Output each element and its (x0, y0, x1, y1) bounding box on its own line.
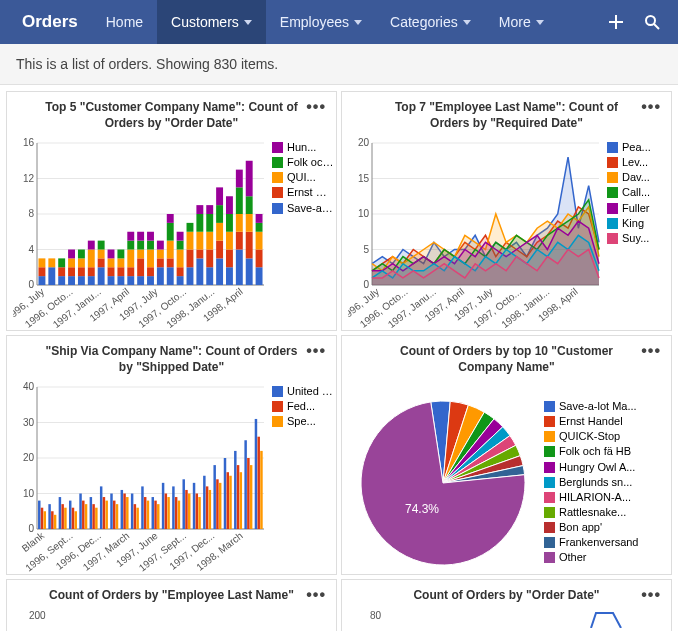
legend-item[interactable]: Other (544, 551, 658, 563)
legend-item[interactable]: Suy... (607, 232, 665, 244)
chart-area[interactable]: 051015201996, July1996, Octo...1997, Jan… (348, 137, 603, 331)
legend-item[interactable]: Ernst Han... (272, 186, 334, 198)
chart-pie[interactable]: 74.3% (348, 388, 538, 575)
svg-rect-188 (126, 497, 128, 529)
list-summary: This is a list of orders. Showing 830 it… (0, 44, 678, 85)
svg-rect-30 (68, 276, 75, 285)
svg-rect-208 (196, 494, 198, 530)
svg-rect-108 (236, 232, 243, 250)
svg-rect-23 (38, 267, 45, 276)
legend-item[interactable]: Fuller (607, 202, 665, 214)
panel-top7-employee: ••• Top 7 "Employee Last Name": Count of… (341, 91, 672, 331)
nav-more[interactable]: More (485, 0, 558, 44)
legend-item[interactable]: Folk och fä HB (272, 156, 334, 168)
legend-item[interactable]: Ernst Handel (544, 415, 658, 427)
svg-rect-210 (203, 476, 205, 529)
legend-item[interactable]: Hun... (272, 141, 334, 153)
panel-menu-icon[interactable]: ••• (641, 342, 661, 360)
svg-text:10: 10 (23, 488, 35, 499)
nav-employees[interactable]: Employees (266, 0, 376, 44)
legend-item[interactable]: Frankenversand (544, 536, 658, 548)
legend-item[interactable]: QUICK-Stop (544, 430, 658, 442)
svg-rect-197 (157, 504, 159, 529)
legend-item[interactable]: Folk och fä HB (544, 445, 658, 457)
legend-item[interactable]: Fed... (272, 400, 334, 412)
svg-rect-39 (88, 267, 95, 276)
svg-rect-175 (82, 501, 84, 529)
svg-rect-186 (121, 490, 123, 529)
legend-item[interactable]: Save-a-lot Mar... (272, 202, 334, 214)
svg-rect-51 (117, 267, 124, 276)
legend-item[interactable]: Bon app' (544, 521, 658, 533)
svg-rect-84 (187, 250, 194, 268)
legend-item[interactable]: QUI... (272, 171, 334, 183)
svg-rect-209 (198, 497, 200, 529)
svg-text:40: 40 (23, 381, 35, 392)
legend-item[interactable]: Call... (607, 186, 665, 198)
svg-rect-35 (78, 267, 85, 276)
legend-item[interactable]: Save-a-lot Ma... (544, 400, 658, 412)
svg-rect-40 (88, 250, 95, 268)
chart-stacked-bar[interactable]: 04812161996, July1996, Octo...1997, Janu… (13, 137, 268, 331)
svg-rect-25 (48, 267, 55, 285)
svg-rect-82 (177, 232, 184, 241)
svg-rect-94 (206, 232, 213, 250)
svg-rect-183 (110, 494, 112, 530)
legend-item[interactable]: Berglunds sn... (544, 476, 658, 488)
panel-menu-icon[interactable]: ••• (306, 586, 326, 604)
dashboard: ••• Top 5 "Customer Company Name": Count… (0, 85, 678, 631)
svg-rect-120 (256, 223, 263, 232)
app-title: Orders (8, 12, 92, 32)
panel-menu-icon[interactable]: ••• (306, 98, 326, 116)
svg-rect-83 (187, 267, 194, 285)
add-button[interactable] (598, 4, 634, 40)
panel-menu-icon[interactable]: ••• (641, 98, 661, 116)
panel-menu-icon[interactable]: ••• (641, 586, 661, 604)
nav-customers[interactable]: Customers (157, 0, 266, 44)
svg-rect-60 (137, 259, 144, 277)
svg-rect-195 (152, 497, 154, 529)
svg-text:20: 20 (358, 137, 370, 148)
panel-title: Top 7 "Employee Last Name": Count of Ord… (342, 92, 671, 137)
legend-item[interactable]: Pea... (607, 141, 665, 153)
svg-text:20: 20 (23, 452, 35, 463)
svg-rect-89 (196, 232, 203, 250)
legend-item[interactable]: Hungry Owl A... (544, 461, 658, 473)
panel-menu-icon[interactable]: ••• (306, 342, 326, 360)
svg-rect-179 (95, 508, 97, 529)
svg-rect-165 (48, 504, 50, 529)
svg-rect-87 (196, 259, 203, 286)
svg-rect-201 (172, 487, 174, 530)
svg-rect-212 (209, 490, 211, 529)
svg-rect-187 (123, 494, 125, 530)
svg-rect-101 (216, 188, 223, 206)
svg-rect-172 (72, 508, 74, 529)
svg-rect-200 (167, 497, 169, 529)
chart-grouped-bar[interactable]: 010203040Blank1996, Sept...1996, Dec...1… (13, 381, 268, 575)
search-button[interactable] (634, 4, 670, 40)
svg-rect-79 (177, 267, 184, 276)
svg-rect-103 (226, 250, 233, 268)
svg-rect-163 (41, 508, 43, 529)
svg-text:15: 15 (358, 173, 370, 184)
legend-item[interactable]: HILARION-A... (544, 491, 658, 503)
legend-item[interactable]: United Pac... (272, 385, 334, 397)
legend-item[interactable]: Lev... (607, 156, 665, 168)
svg-rect-222 (244, 440, 246, 529)
legend-item[interactable]: Spe... (272, 415, 334, 427)
legend-item[interactable]: King (607, 217, 665, 229)
svg-rect-49 (108, 250, 115, 259)
svg-rect-105 (226, 214, 233, 232)
panel-orders-by-employee: ••• Count of Orders by "Employee Last Na… (6, 579, 337, 631)
svg-rect-113 (246, 232, 253, 259)
svg-rect-213 (213, 465, 215, 529)
svg-rect-22 (38, 276, 45, 285)
nav-categories[interactable]: Categories (376, 0, 485, 44)
svg-text:0: 0 (28, 523, 34, 534)
legend-item[interactable]: Rattlesnake... (544, 506, 658, 518)
svg-rect-28 (58, 267, 65, 276)
nav-home[interactable]: Home (92, 0, 157, 44)
legend-item[interactable]: Dav... (607, 171, 665, 183)
svg-rect-55 (127, 267, 134, 276)
svg-line-1 (654, 24, 659, 29)
